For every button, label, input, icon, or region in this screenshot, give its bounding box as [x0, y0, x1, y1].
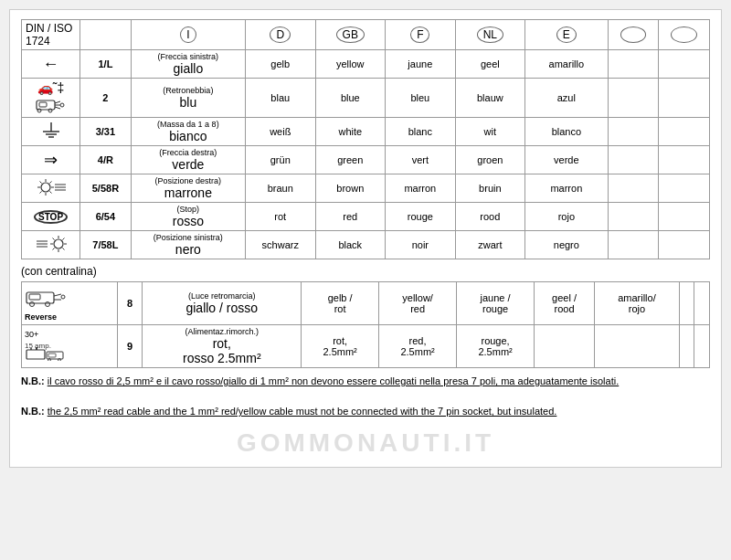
row-e-3: blanco: [525, 118, 608, 146]
row-nl-6: rood: [455, 203, 525, 231]
row-it-5: (Posizione destra) marrone: [131, 174, 245, 203]
col-header-f: F: [386, 20, 456, 50]
row-f-9: rouge,2.5mm²: [457, 325, 535, 368]
sun-left-icon: [35, 234, 68, 254]
row-b2-9: [694, 325, 710, 368]
row-icon-9: 30+ 15 amp.: [22, 325, 118, 368]
row-d-7: schwarz: [245, 231, 315, 259]
row-b1-5: [608, 174, 659, 203]
col-blank2-oval: [671, 26, 697, 43]
row-f-7: noir: [386, 231, 456, 259]
row-it-2: (Retronebbia) blu: [131, 79, 245, 118]
svg-point-27: [54, 239, 63, 248]
row-gb-9: red,2.5mm²: [379, 325, 457, 368]
row-e-4: verde: [525, 146, 608, 174]
row-icon-2: 🚗˜‡: [22, 79, 80, 118]
row-b2-1: [659, 50, 710, 79]
table-row: 🚗˜‡ 2 (Retronebbia): [22, 79, 710, 118]
row-d-9: rot,2.5mm²: [302, 325, 379, 368]
table-row: ← 1/L (Freccia sinistra) giallo gelb yel…: [22, 50, 710, 79]
col-d-circle: D: [270, 26, 291, 43]
row-icon-7: [22, 231, 80, 259]
row-gb-3: white: [315, 118, 386, 146]
note1-italian: N.B.: il cavo rosso di 2,5 mm² e il cavo…: [21, 374, 710, 389]
row-b1-8: [679, 282, 694, 325]
sun-right-icon: [35, 177, 68, 197]
reverse-icon: [25, 285, 70, 311]
svg-rect-48: [48, 354, 56, 357]
row-nl-7: zwart: [455, 231, 525, 259]
svg-line-19: [49, 182, 51, 184]
svg-point-49: [48, 359, 51, 362]
row-icon-3: [22, 118, 80, 146]
section2-table: Reverse 8 (Luce retromarcia) giallo / ro…: [21, 281, 710, 368]
svg-line-6: [55, 107, 60, 109]
row-it-6: (Stop) rosso: [131, 203, 245, 231]
row-d-8: gelb /rot: [302, 282, 379, 325]
row-nl-2: blauw: [455, 79, 525, 118]
table-row: 7/58L (Posizione sinistra) nero schwarz …: [22, 231, 710, 259]
row-num-9: 9: [117, 325, 143, 368]
row-nl-1: geel: [455, 50, 525, 79]
row-e-6: rojo: [525, 203, 608, 231]
row-icon-5: [22, 174, 80, 203]
row-gb-6: red: [315, 203, 386, 231]
table-row: 3/31 (Massa da 1 a 8) bianco weiß white …: [22, 118, 710, 146]
svg-text:15 amp.: 15 amp.: [25, 342, 51, 350]
row-nl-8: geel /rood: [535, 282, 595, 325]
row-b2-5: [659, 174, 710, 203]
svg-rect-44: [26, 350, 45, 359]
note-section: N.B.: il cavo rosso di 2,5 mm² e il cavo…: [21, 374, 710, 419]
row-nl-9: [535, 325, 595, 368]
row-b2-3: [659, 118, 710, 146]
row-e-2: azul: [525, 79, 608, 118]
row-b2-6: [659, 203, 710, 231]
row-f-3: blanc: [386, 118, 456, 146]
svg-line-35: [52, 248, 54, 249]
col-e-circle: E: [556, 26, 577, 43]
svg-point-7: [60, 103, 64, 107]
row-b1-9: [679, 325, 694, 368]
row-icon-6: STOP: [22, 203, 80, 231]
main-table: DIN / ISO 1724 I D GB F NL: [21, 19, 710, 259]
col-gb-circle: GB: [336, 26, 365, 43]
row-nl-3: wit: [455, 118, 525, 146]
row-b1-1: [608, 50, 659, 79]
row-it-8: (Luce retromarcia) giallo / rosso: [143, 282, 302, 325]
row-e-1: amarillo: [525, 50, 608, 79]
table-row: 5/58R (Posizione destra) marrone braun b…: [22, 174, 710, 203]
din-iso-header: DIN / ISO 1724: [22, 20, 80, 50]
svg-point-39: [46, 302, 50, 307]
svg-line-20: [39, 191, 41, 193]
svg-line-40: [54, 294, 61, 296]
row-d-5: braun: [245, 174, 315, 203]
svg-line-32: [52, 238, 54, 240]
row-gb-2: blue: [315, 79, 386, 118]
col-header-blank2: [659, 20, 710, 50]
svg-line-4: [55, 101, 60, 103]
col-f-circle: F: [410, 26, 429, 43]
svg-rect-47: [47, 352, 63, 359]
row-it-1: (Freccia sinistra) giallo: [131, 50, 245, 79]
svg-point-41: [61, 295, 65, 299]
battery-icon: 15 amp.: [25, 339, 67, 361]
row-b2-7: [659, 231, 710, 259]
svg-line-17: [39, 182, 41, 184]
row-num-4: 4/R: [80, 146, 132, 174]
row-gb-7: black: [315, 231, 386, 259]
row-f-5: marron: [386, 174, 456, 203]
row-b1-7: [608, 231, 659, 259]
row-b1-3: [608, 118, 659, 146]
row-f-2: bleu: [386, 79, 456, 118]
row-e-8: amarillo/rojo: [595, 282, 680, 325]
watermark: GOMMONAUTI.IT: [21, 428, 710, 458]
svg-point-50: [58, 359, 61, 362]
svg-point-38: [30, 302, 35, 307]
row-gb-5: brown: [315, 174, 386, 203]
row-icon-4: ⇒: [22, 146, 80, 174]
page: DIN / ISO 1724 I D GB F NL: [9, 9, 722, 468]
row-f-8: jaune /rouge: [457, 282, 535, 325]
note2-english: N.B.: the 2,5 mm² read cable and the 1 m…: [21, 404, 710, 419]
row-it-9: (Alimentaz.rimorch.) rot,rosso 2.5mm²: [143, 325, 302, 368]
row-num-5: 5/58R: [80, 174, 132, 203]
